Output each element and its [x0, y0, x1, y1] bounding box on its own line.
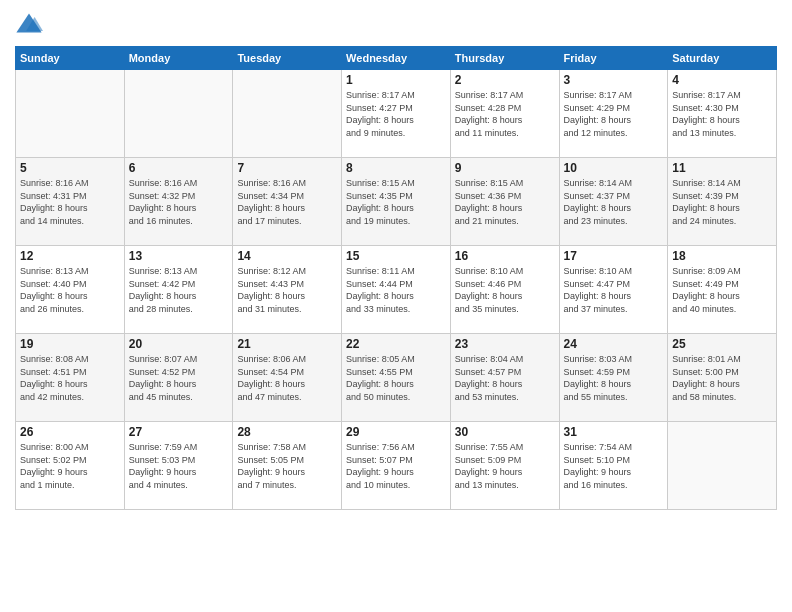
calendar-cell-4-2: 28Sunrise: 7:58 AM Sunset: 5:05 PM Dayli…	[233, 422, 342, 510]
weekday-header-monday: Monday	[124, 47, 233, 70]
day-number: 17	[564, 249, 664, 263]
day-number: 3	[564, 73, 664, 87]
day-number: 9	[455, 161, 555, 175]
day-number: 2	[455, 73, 555, 87]
calendar-cell-3-0: 19Sunrise: 8:08 AM Sunset: 4:51 PM Dayli…	[16, 334, 125, 422]
calendar-cell-2-2: 14Sunrise: 8:12 AM Sunset: 4:43 PM Dayli…	[233, 246, 342, 334]
day-number: 29	[346, 425, 446, 439]
weekday-header-wednesday: Wednesday	[342, 47, 451, 70]
calendar-cell-1-3: 8Sunrise: 8:15 AM Sunset: 4:35 PM Daylig…	[342, 158, 451, 246]
weekday-header-row: SundayMondayTuesdayWednesdayThursdayFrid…	[16, 47, 777, 70]
day-number: 15	[346, 249, 446, 263]
day-number: 26	[20, 425, 120, 439]
weekday-header-friday: Friday	[559, 47, 668, 70]
calendar-cell-0-1	[124, 70, 233, 158]
calendar-cell-1-6: 11Sunrise: 8:14 AM Sunset: 4:39 PM Dayli…	[668, 158, 777, 246]
week-row-4: 26Sunrise: 8:00 AM Sunset: 5:02 PM Dayli…	[16, 422, 777, 510]
calendar-cell-4-5: 31Sunrise: 7:54 AM Sunset: 5:10 PM Dayli…	[559, 422, 668, 510]
calendar-cell-0-4: 2Sunrise: 8:17 AM Sunset: 4:28 PM Daylig…	[450, 70, 559, 158]
day-info: Sunrise: 8:04 AM Sunset: 4:57 PM Dayligh…	[455, 353, 555, 403]
day-info: Sunrise: 8:17 AM Sunset: 4:30 PM Dayligh…	[672, 89, 772, 139]
calendar-cell-4-3: 29Sunrise: 7:56 AM Sunset: 5:07 PM Dayli…	[342, 422, 451, 510]
day-number: 27	[129, 425, 229, 439]
calendar-cell-4-0: 26Sunrise: 8:00 AM Sunset: 5:02 PM Dayli…	[16, 422, 125, 510]
weekday-header-saturday: Saturday	[668, 47, 777, 70]
day-info: Sunrise: 8:06 AM Sunset: 4:54 PM Dayligh…	[237, 353, 337, 403]
day-number: 10	[564, 161, 664, 175]
calendar-cell-0-0	[16, 70, 125, 158]
day-info: Sunrise: 8:15 AM Sunset: 4:36 PM Dayligh…	[455, 177, 555, 227]
calendar-cell-0-2	[233, 70, 342, 158]
calendar-cell-2-3: 15Sunrise: 8:11 AM Sunset: 4:44 PM Dayli…	[342, 246, 451, 334]
day-info: Sunrise: 8:14 AM Sunset: 4:37 PM Dayligh…	[564, 177, 664, 227]
day-number: 5	[20, 161, 120, 175]
day-info: Sunrise: 8:17 AM Sunset: 4:29 PM Dayligh…	[564, 89, 664, 139]
calendar-cell-1-0: 5Sunrise: 8:16 AM Sunset: 4:31 PM Daylig…	[16, 158, 125, 246]
day-number: 28	[237, 425, 337, 439]
week-row-3: 19Sunrise: 8:08 AM Sunset: 4:51 PM Dayli…	[16, 334, 777, 422]
day-info: Sunrise: 8:09 AM Sunset: 4:49 PM Dayligh…	[672, 265, 772, 315]
calendar-cell-3-3: 22Sunrise: 8:05 AM Sunset: 4:55 PM Dayli…	[342, 334, 451, 422]
calendar-cell-1-1: 6Sunrise: 8:16 AM Sunset: 4:32 PM Daylig…	[124, 158, 233, 246]
day-info: Sunrise: 8:12 AM Sunset: 4:43 PM Dayligh…	[237, 265, 337, 315]
day-number: 23	[455, 337, 555, 351]
weekday-header-tuesday: Tuesday	[233, 47, 342, 70]
calendar-cell-4-6	[668, 422, 777, 510]
day-info: Sunrise: 8:15 AM Sunset: 4:35 PM Dayligh…	[346, 177, 446, 227]
day-info: Sunrise: 7:55 AM Sunset: 5:09 PM Dayligh…	[455, 441, 555, 491]
day-info: Sunrise: 7:58 AM Sunset: 5:05 PM Dayligh…	[237, 441, 337, 491]
day-info: Sunrise: 8:03 AM Sunset: 4:59 PM Dayligh…	[564, 353, 664, 403]
day-info: Sunrise: 8:14 AM Sunset: 4:39 PM Dayligh…	[672, 177, 772, 227]
day-info: Sunrise: 8:16 AM Sunset: 4:31 PM Dayligh…	[20, 177, 120, 227]
week-row-1: 5Sunrise: 8:16 AM Sunset: 4:31 PM Daylig…	[16, 158, 777, 246]
day-info: Sunrise: 8:10 AM Sunset: 4:46 PM Dayligh…	[455, 265, 555, 315]
header	[15, 10, 777, 38]
day-info: Sunrise: 8:13 AM Sunset: 4:42 PM Dayligh…	[129, 265, 229, 315]
day-number: 8	[346, 161, 446, 175]
day-info: Sunrise: 8:01 AM Sunset: 5:00 PM Dayligh…	[672, 353, 772, 403]
day-info: Sunrise: 8:10 AM Sunset: 4:47 PM Dayligh…	[564, 265, 664, 315]
day-info: Sunrise: 7:56 AM Sunset: 5:07 PM Dayligh…	[346, 441, 446, 491]
day-info: Sunrise: 7:59 AM Sunset: 5:03 PM Dayligh…	[129, 441, 229, 491]
day-info: Sunrise: 8:05 AM Sunset: 4:55 PM Dayligh…	[346, 353, 446, 403]
calendar-cell-3-5: 24Sunrise: 8:03 AM Sunset: 4:59 PM Dayli…	[559, 334, 668, 422]
day-number: 21	[237, 337, 337, 351]
day-number: 11	[672, 161, 772, 175]
weekday-header-sunday: Sunday	[16, 47, 125, 70]
day-info: Sunrise: 8:16 AM Sunset: 4:34 PM Dayligh…	[237, 177, 337, 227]
week-row-0: 1Sunrise: 8:17 AM Sunset: 4:27 PM Daylig…	[16, 70, 777, 158]
calendar-cell-1-2: 7Sunrise: 8:16 AM Sunset: 4:34 PM Daylig…	[233, 158, 342, 246]
day-info: Sunrise: 8:17 AM Sunset: 4:28 PM Dayligh…	[455, 89, 555, 139]
calendar-cell-2-1: 13Sunrise: 8:13 AM Sunset: 4:42 PM Dayli…	[124, 246, 233, 334]
day-number: 16	[455, 249, 555, 263]
calendar-cell-2-5: 17Sunrise: 8:10 AM Sunset: 4:47 PM Dayli…	[559, 246, 668, 334]
day-info: Sunrise: 8:13 AM Sunset: 4:40 PM Dayligh…	[20, 265, 120, 315]
day-number: 18	[672, 249, 772, 263]
day-info: Sunrise: 8:07 AM Sunset: 4:52 PM Dayligh…	[129, 353, 229, 403]
calendar-cell-4-4: 30Sunrise: 7:55 AM Sunset: 5:09 PM Dayli…	[450, 422, 559, 510]
calendar-cell-0-5: 3Sunrise: 8:17 AM Sunset: 4:29 PM Daylig…	[559, 70, 668, 158]
calendar-cell-1-4: 9Sunrise: 8:15 AM Sunset: 4:36 PM Daylig…	[450, 158, 559, 246]
calendar-cell-2-4: 16Sunrise: 8:10 AM Sunset: 4:46 PM Dayli…	[450, 246, 559, 334]
calendar-cell-2-6: 18Sunrise: 8:09 AM Sunset: 4:49 PM Dayli…	[668, 246, 777, 334]
day-number: 22	[346, 337, 446, 351]
day-info: Sunrise: 8:08 AM Sunset: 4:51 PM Dayligh…	[20, 353, 120, 403]
calendar-cell-0-6: 4Sunrise: 8:17 AM Sunset: 4:30 PM Daylig…	[668, 70, 777, 158]
day-number: 25	[672, 337, 772, 351]
week-row-2: 12Sunrise: 8:13 AM Sunset: 4:40 PM Dayli…	[16, 246, 777, 334]
calendar-cell-3-1: 20Sunrise: 8:07 AM Sunset: 4:52 PM Dayli…	[124, 334, 233, 422]
day-info: Sunrise: 8:00 AM Sunset: 5:02 PM Dayligh…	[20, 441, 120, 491]
calendar-cell-1-5: 10Sunrise: 8:14 AM Sunset: 4:37 PM Dayli…	[559, 158, 668, 246]
logo	[15, 10, 47, 38]
day-number: 12	[20, 249, 120, 263]
day-number: 13	[129, 249, 229, 263]
day-number: 6	[129, 161, 229, 175]
calendar-cell-3-6: 25Sunrise: 8:01 AM Sunset: 5:00 PM Dayli…	[668, 334, 777, 422]
weekday-header-thursday: Thursday	[450, 47, 559, 70]
calendar-table: SundayMondayTuesdayWednesdayThursdayFrid…	[15, 46, 777, 510]
day-number: 14	[237, 249, 337, 263]
page: SundayMondayTuesdayWednesdayThursdayFrid…	[0, 0, 792, 612]
day-number: 20	[129, 337, 229, 351]
day-info: Sunrise: 8:16 AM Sunset: 4:32 PM Dayligh…	[129, 177, 229, 227]
day-number: 4	[672, 73, 772, 87]
